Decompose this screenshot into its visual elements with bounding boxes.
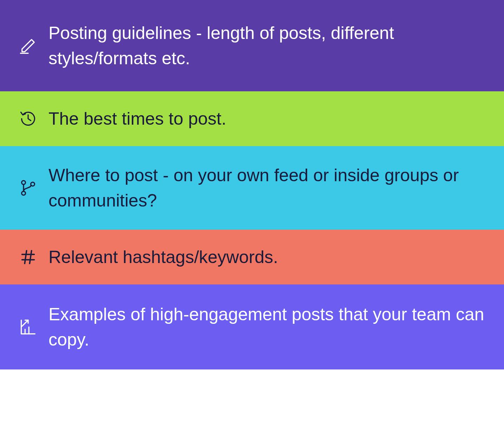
list-item-text: The best times to post.	[42, 106, 490, 132]
branch-nodes-icon	[14, 179, 42, 197]
list-item-text: Where to post - on your own feed or insi…	[42, 163, 490, 214]
svg-point-2	[31, 182, 35, 186]
svg-line-6	[30, 251, 31, 264]
list-item: Posting guidelines - length of posts, di…	[0, 0, 504, 91]
list-item: Relevant hashtags/keywords.	[0, 230, 504, 284]
guidelines-list: Posting guidelines - length of posts, di…	[0, 0, 504, 439]
list-item-text: Relevant hashtags/keywords.	[42, 244, 490, 270]
list-item: Where to post - on your own feed or insi…	[0, 146, 504, 230]
list-item: Examples of high-engagement posts that y…	[0, 284, 504, 369]
list-item: The best times to post.	[0, 91, 504, 146]
svg-line-5	[25, 251, 26, 264]
history-clock-icon	[14, 110, 42, 128]
list-item-text: Posting guidelines - length of posts, di…	[42, 20, 490, 71]
list-item-text: Examples of high-engagement posts that y…	[42, 302, 490, 353]
growth-chart-icon	[14, 318, 42, 336]
edit-pencil-icon	[14, 37, 42, 55]
hashtag-icon	[14, 248, 42, 266]
bottom-spacer	[0, 369, 504, 439]
